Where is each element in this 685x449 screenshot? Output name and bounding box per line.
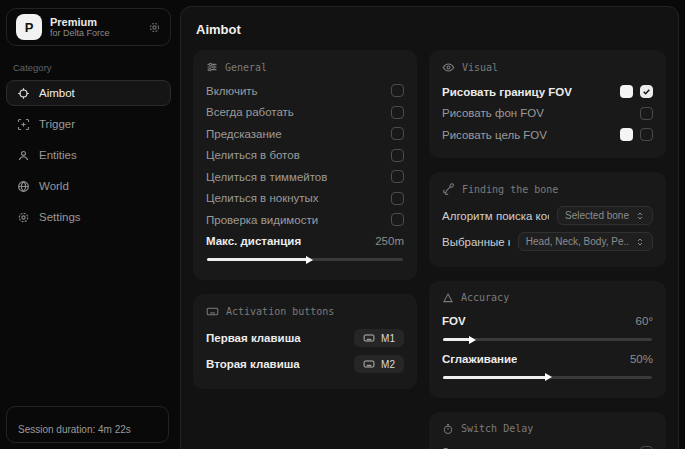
general-card: General Включить Всегда работать Предска… [193,50,417,280]
card-header-label: Accuracy [461,292,509,303]
sidebar-item-settings[interactable]: Settings [6,204,171,230]
globe-icon [17,180,30,193]
keyboard-icon [363,358,375,370]
visual-row-fov-background: Рисовать фон FOV [442,103,653,125]
main-panel: Aimbot General Включить [180,6,679,449]
card-header-label: Switch Delay [461,423,533,434]
visual-label: Рисовать фон FOV [442,107,544,119]
smoothing-slider[interactable] [443,373,652,382]
dropdown-label: Выбранные кос [442,236,510,248]
sidebar-item-entities[interactable]: Entities [6,142,171,168]
checkbox[interactable] [391,213,404,226]
slider-fill [207,258,309,261]
slider-thumb[interactable] [469,336,476,344]
gear-icon[interactable] [148,21,161,34]
card-header-label: Finding the bone [462,184,558,195]
checkbox[interactable] [391,170,404,183]
accuracy-card-header: Accuracy [442,292,653,304]
slider-fill [443,376,548,379]
slider-label: Сглаживание [442,353,517,365]
slider-fill [443,338,472,341]
keybind-button-primary[interactable]: M1 [354,329,404,347]
selected-bones-dropdown[interactable]: Head, Neck, Body, Pe.. [518,232,653,251]
bone-selected-row: Выбранные кос Head, Neck, Body, Pe.. [442,229,653,255]
toggle-row-enable: Включить [206,80,404,102]
crosshair-icon [17,87,30,100]
keybind-button-secondary[interactable]: M2 [354,355,404,373]
activation-card-header: Activation buttons [206,305,404,318]
switch-delay-toggle-row: Задержка переключения [442,442,653,449]
toggle-label: Проверка видимости [206,214,318,226]
sliders-icon [206,61,218,73]
slider-value: 50% [630,353,653,365]
stopwatch-icon [442,423,454,435]
keybind-row-primary: Первая клавиша M1 [206,325,404,351]
eye-icon [442,61,455,74]
page-title: Aimbot [196,22,666,37]
sidebar-item-trigger[interactable]: Trigger [6,111,171,137]
max-distance-row: Макс. дистанция 250m [206,231,404,253]
visual-row-fov-target: Рисовать цель FOV [442,124,653,146]
slider-thumb[interactable] [545,373,552,381]
visual-card: Visual Рисовать границу FOV Рисовать фон… [429,50,666,158]
chevron-up-down-icon [635,211,645,221]
toggle-label: Целиться в тиммейтов [206,171,327,183]
checkbox[interactable] [391,84,404,97]
toggle-row-prediction: Предсказание [206,123,404,145]
entities-icon [17,149,30,162]
bone-icon [442,183,455,196]
toggle-label: Предсказание [206,128,282,140]
activation-buttons-card: Activation buttons Первая клавиша M1 Вто… [193,294,417,389]
dropdown-value: Head, Neck, Body, Pe.. [526,236,629,247]
visual-label: Рисовать границу FOV [442,86,572,98]
fov-row: FOV 60° [442,311,653,333]
checkbox[interactable] [391,106,404,119]
visual-label: Рисовать цель FOV [442,129,547,141]
toggle-row-target-knocked: Целиться в нокнутых [206,188,404,210]
checkbox[interactable] [640,128,653,141]
checkbox[interactable] [391,127,404,140]
toggle-label: Всегда работать [206,106,294,118]
keybind-value: M2 [381,359,395,370]
session-duration-text: Session duration: 4m 22s [18,424,131,435]
general-card-header: General [206,61,404,73]
chevron-up-down-icon [635,237,645,247]
toggle-row-always-work: Всегда работать [206,102,404,124]
max-distance-slider[interactable] [207,255,403,264]
sidebar-nav: Aimbot Trigger Entities [0,80,177,230]
sidebar-item-label: Trigger [39,118,75,130]
keybind-row-secondary: Вторая клавиша M2 [206,351,404,377]
keyboard-icon [363,332,375,344]
slider-thumb[interactable] [306,256,313,264]
switch-delay-card-header: Switch Delay [442,423,653,435]
brand-card: P Premium for Delta Force [6,8,171,46]
gear-icon [17,211,30,224]
slider-label: Макс. дистанция [206,235,301,247]
checkbox[interactable] [640,107,653,120]
fov-slider[interactable] [443,335,652,344]
checkbox[interactable] [391,192,404,205]
checkbox[interactable] [391,149,404,162]
brand-subtitle: for Delta Force [50,28,110,38]
visual-row-fov-border: Рисовать границу FOV [442,81,653,103]
color-swatch[interactable] [620,85,633,98]
dropdown-label: Алгоритм поиска кост [442,210,549,222]
sidebar-item-world[interactable]: World [6,173,171,199]
card-header-label: Visual [462,62,498,73]
sidebar-item-label: World [39,180,69,192]
sidebar-item-label: Entities [39,149,77,161]
brand-logo: P [16,14,42,40]
toggle-label: Целиться в нокнутых [206,192,319,204]
bone-algorithm-dropdown[interactable]: Selected bone [557,206,653,225]
sidebar-item-aimbot[interactable]: Aimbot [6,80,171,106]
toggle-label: Включить [206,85,258,97]
card-header-label: General [225,62,267,73]
brand-text: Premium for Delta Force [50,16,110,39]
checkbox[interactable] [640,85,653,98]
keybind-label: Первая клавиша [206,332,301,344]
visual-card-header: Visual [442,61,653,74]
dropdown-value: Selected bone [565,210,629,221]
toggle-label: Целиться в ботов [206,149,300,161]
sidebar: P Premium for Delta Force Category Aimbo… [0,0,177,449]
color-swatch[interactable] [620,128,633,141]
